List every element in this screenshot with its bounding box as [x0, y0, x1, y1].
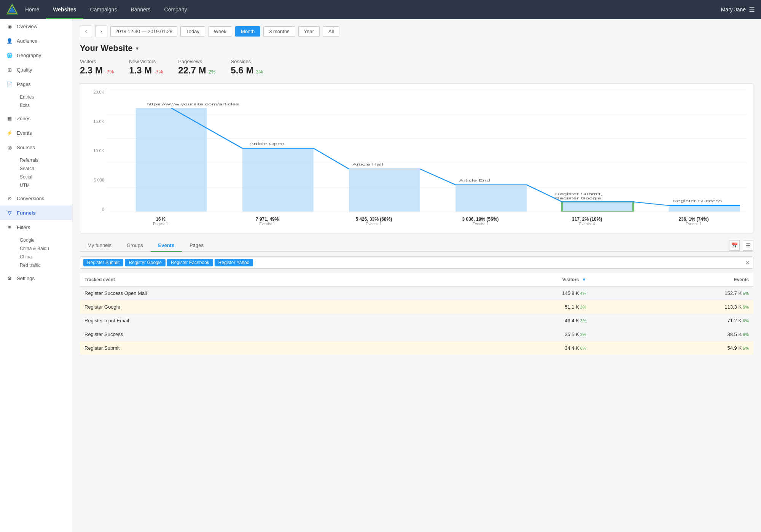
stat-pageviews: Pageviews 22.7 M 2% [178, 59, 215, 76]
sidebar-item-funnels[interactable]: ▽ Funnels [0, 205, 72, 220]
row-name: Register Google [80, 300, 428, 314]
svg-text:Register Submit,: Register Submit, [555, 192, 602, 196]
sidebar-sub-utm[interactable]: UTM [17, 181, 72, 190]
sidebar-label-filters: Filters [17, 225, 30, 230]
sidebar-item-events[interactable]: ⚡ Events [0, 126, 72, 140]
sidebar-item-zones[interactable]: ▦ Zones [0, 111, 72, 126]
sidebar-sub-exits[interactable]: Exits [17, 101, 72, 110]
tag-register-submit[interactable]: Register Submit [83, 259, 123, 266]
step-label-4: 317, 2% (10%) Events: 4 [534, 212, 640, 227]
date-prev-btn[interactable]: ‹ [80, 25, 92, 37]
row-events: 38.5 K6% [591, 328, 753, 341]
row-visitors: 46.4 K3% [428, 314, 591, 328]
sidebar-item-settings[interactable]: ⚙ Settings [0, 271, 72, 285]
tab-my-funnels[interactable]: My funnels [80, 239, 119, 251]
nav-banners[interactable]: Banners [124, 0, 157, 19]
stat-pageviews-change: 2% [209, 69, 216, 75]
sidebar-sub-pages: Entries Exits [0, 91, 72, 111]
filter-year[interactable]: Year [298, 26, 320, 37]
nav-company[interactable]: Company [158, 0, 194, 19]
events-icon: ⚡ [6, 129, 13, 136]
row-name: Register Success Open Mail [80, 287, 428, 300]
sidebar-item-audience[interactable]: 👤 Audience [0, 33, 72, 48]
top-nav: Home Websites Campaigns Banners Company … [0, 0, 761, 19]
sidebar-label-events: Events [17, 130, 32, 136]
nav-campaigns[interactable]: Campaigns [83, 0, 124, 19]
sidebar-sub-china[interactable]: China [17, 253, 72, 261]
row-events: 54.9 K5% [591, 341, 753, 355]
tab-actions: 📅 ☰ [729, 240, 753, 251]
nav-websites[interactable]: Websites [46, 0, 83, 19]
sidebar-sub-china-baidu[interactable]: China & Baidu [17, 244, 72, 253]
audience-icon: 👤 [6, 37, 13, 44]
funnel-chart: 20.0K 15.0K 10.0K 5 000 0 [86, 90, 747, 227]
row-events: 71.2 K6% [591, 314, 753, 328]
stat-sessions-value: 5.6 M 3% [231, 65, 263, 76]
stat-visitors: Visitors 2.3 M -7% [80, 59, 114, 76]
col-events: Events [591, 273, 753, 287]
nav-home[interactable]: Home [18, 0, 46, 19]
filter-today[interactable]: Today [180, 26, 205, 37]
step-label-3: 3 036, 19% (56%) Events: 1 [427, 212, 534, 227]
tag-register-facebook[interactable]: Register Facebook [167, 259, 213, 266]
sidebar-item-quality[interactable]: ⊞ Quality [0, 62, 72, 77]
website-dropdown[interactable]: ▾ [136, 45, 139, 51]
svg-text:Article End: Article End [459, 178, 490, 183]
sidebar-label-conversions: Conversions [17, 196, 44, 201]
stat-sessions-change: 3% [256, 69, 263, 75]
sidebar-item-overview[interactable]: ◉ Overview [0, 19, 72, 33]
sidebar-label-settings: Settings [17, 276, 35, 281]
step-labels-row: 16 K Pages: 1 7 971, 49% Events: 1 5 426… [107, 212, 747, 227]
table-row: Register Success Open Mail 145.8 K4% 152… [80, 287, 753, 300]
funnel-chart-container: 20.0K 15.0K 10.0K 5 000 0 [80, 83, 753, 233]
sidebar-sub-sources: Referrals Search Social UTM [0, 155, 72, 191]
zones-icon: ▦ [6, 115, 13, 122]
tab-groups[interactable]: Groups [119, 239, 151, 251]
col-visitors[interactable]: Visitors ▼ [428, 273, 591, 287]
row-visitors: 34.4 K6% [428, 341, 591, 355]
sidebar-sub-search[interactable]: Search [17, 164, 72, 173]
sidebar-label-audience: Audience [17, 38, 37, 44]
filter-all[interactable]: All [323, 26, 339, 37]
svg-rect-13 [562, 202, 633, 212]
sidebar-item-geography[interactable]: 🌐 Geography [0, 48, 72, 62]
tabs-row: My funnels Groups Events Pages 📅 ☰ [80, 239, 753, 252]
tab-pages[interactable]: Pages [182, 239, 211, 251]
svg-text:https://www.yoursite.com/artic: https://www.yoursite.com/articles [146, 102, 239, 106]
data-table: Tracked event Visitors ▼ Events Register… [80, 273, 753, 355]
sidebar-sub-referrals[interactable]: Referrals [17, 156, 72, 164]
stat-pageviews-value: 22.7 M 2% [178, 65, 215, 76]
sidebar-sub-social[interactable]: Social [17, 173, 72, 181]
sidebar-sub-red-traffic[interactable]: Red traffic [17, 261, 72, 269]
sidebar-item-filters[interactable]: ≡ Filters [0, 220, 72, 234]
filter-3months[interactable]: 3 months [263, 26, 295, 37]
stat-new-visitors: New visitors 1.3 M -7% [129, 59, 163, 76]
filter-week[interactable]: Week [208, 26, 232, 37]
tag-register-yahoo[interactable]: Register Yahoo [215, 259, 253, 266]
pages-icon: 📄 [6, 81, 13, 88]
sidebar-sub-entries[interactable]: Entries [17, 93, 72, 101]
row-visitors: 145.8 K4% [428, 287, 591, 300]
list-view-btn[interactable]: ☰ [743, 240, 753, 251]
settings-icon: ⚙ [6, 275, 13, 282]
date-range: 2018.12.30 — 2019.01.28 [110, 26, 177, 37]
sidebar-sub-google[interactable]: Google [17, 236, 72, 244]
sidebar: ◉ Overview 👤 Audience 🌐 Geography ⊞ Qual… [0, 19, 72, 532]
tag-register-google[interactable]: Register Google [125, 259, 166, 266]
hamburger-icon[interactable]: ☰ [749, 5, 755, 14]
calendar-view-btn[interactable]: 📅 [729, 240, 740, 251]
svg-rect-10 [242, 148, 314, 212]
filter-month[interactable]: Month [235, 26, 260, 37]
date-next-btn[interactable]: › [95, 25, 107, 37]
sidebar-label-zones: Zones [17, 116, 30, 121]
sidebar-item-sources[interactable]: ◎ Sources [0, 140, 72, 155]
quality-icon: ⊞ [6, 66, 13, 73]
tags-close-btn[interactable]: ✕ [745, 260, 750, 266]
row-visitors: 35.5 K3% [428, 328, 591, 341]
sidebar-item-pages[interactable]: 📄 Pages [0, 77, 72, 91]
sidebar-item-conversions[interactable]: ⊙ Conversions [0, 191, 72, 205]
sidebar-label-geography: Geography [17, 53, 41, 58]
user-area: Mary Jane ☰ [721, 5, 755, 14]
svg-text:Article Open: Article Open [250, 142, 285, 146]
tab-events[interactable]: Events [151, 239, 182, 251]
